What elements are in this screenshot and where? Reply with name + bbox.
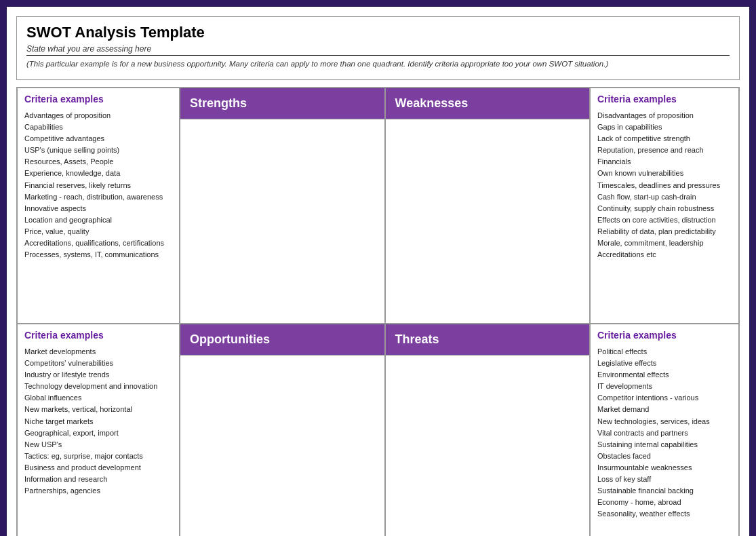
list-item: Vital contracts and partners <box>597 427 732 439</box>
list-item: Competitive advantages <box>24 133 172 145</box>
opportunities-body[interactable] <box>180 356 384 536</box>
list-item: Sustaining internal capabilities <box>597 439 732 451</box>
strengths-criteria-header: Criteria examples <box>24 94 172 107</box>
list-item: Niche target markets <box>24 416 172 427</box>
list-item: Capabilities <box>24 121 172 133</box>
list-item: Competitors' vulnerabilities <box>24 358 172 369</box>
list-item: Resources, Assets, People <box>24 156 172 168</box>
weaknesses-quadrant: Weaknesses <box>385 88 591 324</box>
strengths-quadrant: Strengths <box>180 88 385 324</box>
threats-criteria-header: Criteria examples <box>597 330 732 343</box>
list-item: Technology development and innovation <box>24 381 172 392</box>
list-item: Market demand <box>597 404 732 415</box>
list-item: Industry or lifestyle trends <box>24 369 172 381</box>
list-item: Disadvantages of proposition <box>597 110 732 121</box>
threats-header: Threats <box>386 324 590 356</box>
list-item: Environmental effects <box>597 369 732 381</box>
list-item: Geographical, export, import <box>24 427 172 439</box>
list-item: USP's (unique selling points) <box>24 145 172 156</box>
list-item: Gaps in capabilities <box>597 121 732 133</box>
list-item: Own known vulnerabilities <box>597 168 732 179</box>
opportunities-criteria-list: Market developmentsCompetitors' vulnerab… <box>24 346 172 497</box>
strengths-body[interactable] <box>180 119 384 323</box>
list-item: Legislative effects <box>597 358 732 369</box>
list-item: Price, value, quality <box>24 226 172 237</box>
strengths-label: Strengths <box>190 96 247 111</box>
list-item: Seasonality, weather effects <box>597 508 732 520</box>
header: SWOT Analysis Template State what you ar… <box>16 16 740 80</box>
list-item: Reliability of data, plan predictability <box>597 226 732 237</box>
header-subtitle: State what you are assessing here <box>26 44 730 56</box>
list-item: Sustainable financial backing <box>597 485 732 497</box>
list-item: Experience, knowledge, data <box>24 168 172 179</box>
weaknesses-criteria-header: Criteria examples <box>597 94 732 107</box>
threats-criteria-list: Political effectsLegislative effectsEnvi… <box>597 346 732 520</box>
list-item: Loss of key staff <box>597 474 732 485</box>
list-item: Competitor intentions - various <box>597 392 732 404</box>
threats-label: Threats <box>395 332 439 347</box>
strengths-header: Strengths <box>180 88 384 119</box>
strengths-criteria-panel: Criteria examples Advantages of proposit… <box>17 88 180 324</box>
list-item: Global influences <box>24 392 172 404</box>
list-item: Innovative aspects <box>24 203 172 214</box>
list-item: Location and geographical <box>24 214 172 226</box>
list-item: Business and product development <box>24 462 172 474</box>
list-item: Economy - home, abroad <box>597 497 732 508</box>
list-item: Processes, systems, IT, communications <box>24 249 172 261</box>
list-item: Cash flow, start-up cash-drain <box>597 191 732 203</box>
weaknesses-header: Weaknesses <box>386 88 590 119</box>
list-item: Advantages of proposition <box>24 110 172 121</box>
list-item: Financial reserves, likely returns <box>24 180 172 191</box>
threats-body[interactable] <box>386 356 590 536</box>
list-item: Financials <box>597 156 732 168</box>
list-item: Insurmountable weaknesses <box>597 462 732 474</box>
list-item: Accreditations etc <box>597 249 732 261</box>
header-description: (This particular example is for a new bu… <box>26 58 730 70</box>
strengths-criteria-list: Advantages of propositionCapabilitiesCom… <box>24 110 172 261</box>
weaknesses-body[interactable] <box>386 119 590 323</box>
list-item: Reputation, presence and reach <box>597 145 732 156</box>
list-item: Morale, commitment, leadership <box>597 237 732 249</box>
list-item: Partnerships, agencies <box>24 485 172 497</box>
weaknesses-label: Weaknesses <box>395 96 469 111</box>
list-item: Information and research <box>24 474 172 485</box>
list-item: New USP's <box>24 439 172 451</box>
list-item: New technologies, services, ideas <box>597 416 732 427</box>
page-container: SWOT Analysis Template State what you ar… <box>7 7 749 536</box>
opportunities-criteria-panel: Criteria examples Market developmentsCom… <box>17 324 180 536</box>
list-item: Political effects <box>597 346 732 358</box>
list-item: Market developments <box>24 346 172 358</box>
list-item: IT developments <box>597 381 732 392</box>
opportunities-criteria-header: Criteria examples <box>24 330 172 343</box>
list-item: Continuity, supply chain robustness <box>597 203 732 214</box>
page-title: SWOT Analysis Template <box>26 24 730 41</box>
list-item: Accreditations, qualifications, certific… <box>24 237 172 249</box>
list-item: Obstacles faced <box>597 451 732 462</box>
list-item: Marketing - reach, distribution, awarene… <box>24 191 172 203</box>
threats-quadrant: Threats <box>385 324 591 536</box>
opportunities-header: Opportunities <box>180 324 384 356</box>
list-item: Timescales, deadlines and pressures <box>597 180 732 191</box>
weaknesses-criteria-panel: Criteria examples Disadvantages of propo… <box>590 88 739 324</box>
list-item: New markets, vertical, horizontal <box>24 404 172 415</box>
list-item: Effects on core activities, distruction <box>597 214 732 226</box>
opportunities-label: Opportunities <box>190 332 270 347</box>
list-item: Tactics: eg, surprise, major contacts <box>24 451 172 462</box>
threats-criteria-panel: Criteria examples Political effectsLegis… <box>590 324 739 536</box>
weaknesses-criteria-list: Disadvantages of propositionGaps in capa… <box>597 110 732 261</box>
swot-grid: Criteria examples Advantages of proposit… <box>16 87 740 536</box>
list-item: Lack of competitive strength <box>597 133 732 145</box>
opportunities-quadrant: Opportunities <box>180 324 385 536</box>
